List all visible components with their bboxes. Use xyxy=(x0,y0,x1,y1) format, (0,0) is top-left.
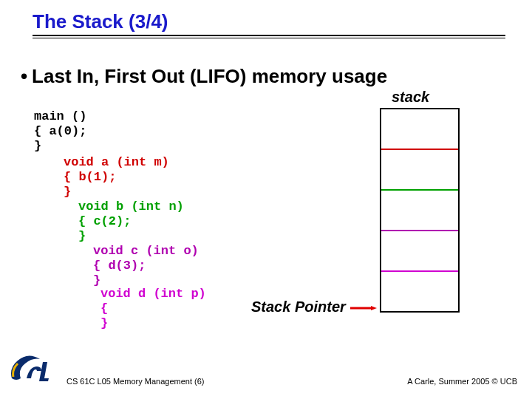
bullet-dot: • xyxy=(21,65,27,87)
stack-cell-a xyxy=(381,149,458,189)
code-a: void a (int m) { b(1); } xyxy=(64,155,169,200)
title-rule-thick xyxy=(33,35,505,36)
title-block: The Stack (3/4) xyxy=(33,10,505,38)
cal-logo xyxy=(7,353,58,386)
footer-left: CS 61C L05 Memory Management (6) xyxy=(66,377,204,386)
stack-diagram xyxy=(380,108,460,313)
slide-title: The Stack (3/4) xyxy=(33,10,505,33)
code-main: main () { a(0); } xyxy=(34,109,86,154)
bullet-line: •Last In, First Out (LIFO) memory usage xyxy=(21,65,387,88)
svg-marker-1 xyxy=(371,306,377,310)
arrow-icon xyxy=(350,306,377,310)
code-b: void b (int n) { c(2); } xyxy=(78,200,184,244)
stack-cell-c xyxy=(381,230,458,270)
stack-pointer-label: Stack Pointer xyxy=(251,299,346,316)
stack-cell-main xyxy=(381,108,458,149)
stack-cell-b xyxy=(381,189,458,230)
code-c: void c (int o) { d(3); } xyxy=(93,244,199,288)
code-d: void d (int p) { } xyxy=(100,287,206,331)
stack-label: stack xyxy=(392,89,429,106)
bullet-text: Last In, First Out (LIFO) memory usage xyxy=(32,65,387,87)
stack-cell-d xyxy=(381,270,458,311)
footer-right: A Carle, Summer 2005 © UCB xyxy=(407,377,517,386)
title-rule-thin xyxy=(33,38,505,38)
